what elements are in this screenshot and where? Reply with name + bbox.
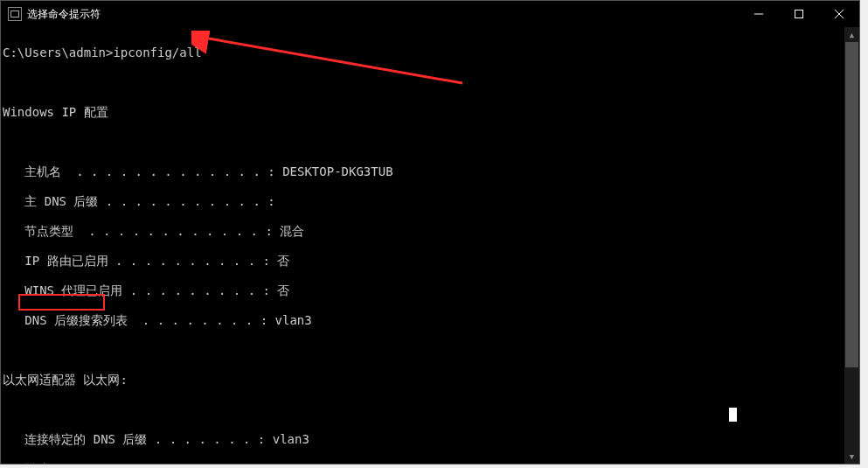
adapter-header: 以太网适配器 以太网: [3,373,844,388]
blank-line [3,402,844,417]
minimize-button[interactable] [739,1,779,27]
desc-row: 描述. . . . . . . . . . . . . . . : Realte… [3,462,844,464]
scrollbar-track[interactable] [844,42,859,449]
command-prompt-window: 选择命令提示符 C:\Users\admin>ipconfig/all Wind… [0,0,860,465]
text-cursor [729,408,737,422]
hostname-row: 主机名 . . . . . . . . . . . . . : DESKTOP-… [3,164,844,179]
terminal-output[interactable]: C:\Users\admin>ipconfig/all Windows IP 配… [1,27,844,464]
titlebar[interactable]: 选择命令提示符 [1,1,859,27]
scrollbar-thumb[interactable] [845,42,858,367]
terminal-area[interactable]: C:\Users\admin>ipconfig/all Windows IP 配… [1,27,859,464]
close-button[interactable] [819,1,859,27]
ip-routing-row: IP 路由已启用 . . . . . . . . . . : 否 [3,254,844,269]
prompt-line: C:\Users\admin>ipconfig/all [3,45,844,60]
blank-line [3,75,844,90]
section-header: Windows IP 配置 [3,105,844,120]
dns-search-row: DNS 后缀搜索列表 . . . . . . . . : vlan3 [3,313,844,328]
cmd-icon [8,7,22,21]
dns-suffix-row: 主 DNS 后缀 . . . . . . . . . . . : [3,194,844,209]
blank-line [3,343,844,358]
scroll-down-arrow[interactable]: ▼ [844,449,859,464]
conn-dns-row: 连接特定的 DNS 后缀 . . . . . . . : vlan3 [3,432,844,447]
wins-proxy-row: WINS 代理已启用 . . . . . . . . . : 否 [3,283,844,298]
maximize-button[interactable] [779,1,819,27]
vertical-scrollbar[interactable]: ▲ ▼ [844,27,859,464]
scroll-up-arrow[interactable]: ▲ [844,27,859,42]
titlebar-left: 选择命令提示符 [1,7,101,22]
window-title: 选择命令提示符 [27,7,101,22]
svg-rect-0 [795,10,803,18]
window-controls [739,1,859,27]
blank-line [3,135,844,150]
node-type-row: 节点类型 . . . . . . . . . . . . : 混合 [3,224,844,239]
